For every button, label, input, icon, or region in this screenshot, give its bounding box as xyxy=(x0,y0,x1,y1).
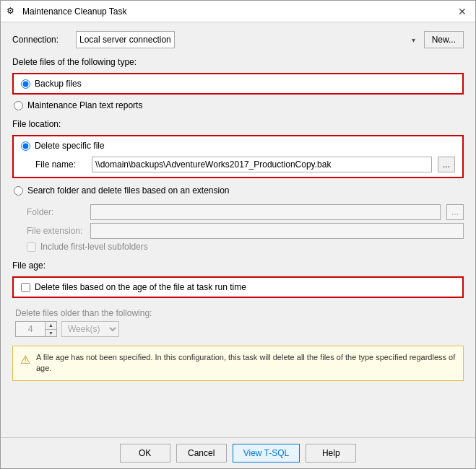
file-name-row: File name: ... xyxy=(21,157,455,172)
extension-label: File extension: xyxy=(27,226,85,236)
dialog-content: Connection: Local server connection New.… xyxy=(1,22,475,437)
delete-age-checkbox[interactable] xyxy=(21,283,30,292)
cancel-button[interactable]: Cancel xyxy=(176,444,227,463)
age-spinner-value: 4 xyxy=(16,322,45,336)
warning-text: A file age has not been specified. In th… xyxy=(36,352,456,374)
age-period-dropdown[interactable]: Week(s)Day(s)Month(s) xyxy=(61,321,119,337)
warning-box: ⚠ A file age has not been specified. In … xyxy=(12,346,464,381)
subfolder-checkbox[interactable] xyxy=(27,242,36,252)
file-name-input[interactable] xyxy=(92,157,432,172)
folder-browse-button[interactable]: ... xyxy=(446,204,464,220)
help-button[interactable]: Help xyxy=(306,444,356,463)
folder-label: Folder: xyxy=(27,207,85,217)
extension-row: File extension: xyxy=(27,223,464,239)
file-age-label: File age: xyxy=(12,260,464,271)
maintenance-reports-radio[interactable] xyxy=(14,101,23,110)
main-window: ⚙ Maintenance Cleanup Task ✕ Connection:… xyxy=(0,0,476,469)
connection-row: Connection: Local server connection New.… xyxy=(12,31,464,48)
subfolder-label: Include first-level subfolders xyxy=(40,242,148,252)
backup-files-label: Backup files xyxy=(35,79,82,89)
file-location-label: File location: xyxy=(12,119,464,129)
folder-section: Folder: ... File extension: Include firs… xyxy=(12,204,464,252)
delete-specific-radio-row: Delete specific file xyxy=(21,141,455,151)
delete-specific-file-content: Delete specific file File name: ... xyxy=(21,141,455,172)
older-than-row: 4 ▲ ▼ Week(s)Day(s)Month(s) xyxy=(15,321,464,337)
connection-control: Local server connection New... xyxy=(76,31,464,48)
delete-specific-label: Delete specific file xyxy=(35,141,105,151)
folder-row: Folder: ... xyxy=(27,204,464,220)
file-name-label: File name: xyxy=(35,159,86,170)
maintenance-reports-label: Maintenance Plan text reports xyxy=(27,100,142,110)
new-button[interactable]: New... xyxy=(424,31,464,48)
backup-files-row: Backup files xyxy=(21,79,455,89)
age-spinner-up[interactable]: ▲ xyxy=(46,322,56,330)
folder-input[interactable] xyxy=(90,204,441,220)
connection-dropdown[interactable]: Local server connection xyxy=(76,31,175,48)
search-folder-label: Search folder and delete files based on … xyxy=(27,185,230,196)
extension-input[interactable] xyxy=(90,223,464,239)
warning-icon: ⚠ xyxy=(20,353,30,367)
file-age-box: Delete files based on the age of the fil… xyxy=(12,276,464,298)
window-title: Maintenance Cleanup Task xyxy=(22,6,455,17)
delete-files-options: Backup files xyxy=(21,79,455,89)
delete-specific-radio[interactable] xyxy=(21,141,30,151)
age-spinner-arrows: ▲ ▼ xyxy=(45,322,56,336)
age-spinner-down[interactable]: ▼ xyxy=(46,330,56,337)
delete-age-label-text: Delete files based on the age of the fil… xyxy=(35,282,246,292)
search-folder-radio-row: Search folder and delete files based on … xyxy=(12,185,464,196)
delete-age-row: Delete files based on the age of the fil… xyxy=(21,282,455,292)
bottom-bar: OK Cancel View T-SQL Help xyxy=(1,437,475,468)
window-controls: ✕ xyxy=(455,4,469,19)
window-icon: ⚙ xyxy=(7,6,18,17)
delete-files-box: Backup files xyxy=(12,73,464,95)
view-tsql-button[interactable]: View T-SQL xyxy=(233,444,300,463)
search-folder-radio[interactable] xyxy=(14,186,23,196)
maintenance-reports-row: Maintenance Plan text reports xyxy=(12,100,464,110)
delete-specific-file-box: Delete specific file File name: ... xyxy=(12,135,464,178)
older-than-section: Delete files older than the following: 4… xyxy=(12,308,464,337)
connection-label: Connection: xyxy=(12,35,70,45)
backup-files-radio[interactable] xyxy=(21,79,30,89)
older-than-label: Delete files older than the following: xyxy=(15,308,464,318)
connection-dropdown-wrapper: Local server connection xyxy=(76,31,420,48)
file-browse-button[interactable]: ... xyxy=(438,157,455,172)
subfolder-row: Include first-level subfolders xyxy=(27,242,464,252)
close-button[interactable]: ✕ xyxy=(455,4,469,19)
title-bar: ⚙ Maintenance Cleanup Task ✕ xyxy=(1,1,475,22)
delete-files-label: Delete files of the following type: xyxy=(12,57,464,67)
ok-button[interactable]: OK xyxy=(120,444,170,463)
age-spinner: 4 ▲ ▼ xyxy=(15,321,57,337)
